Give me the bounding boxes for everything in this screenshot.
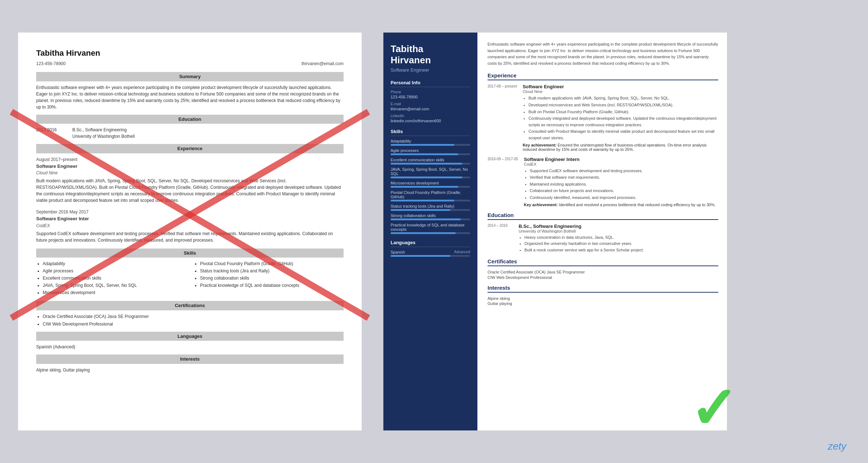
exp-key-achievement: Key achievement: Identified and resolved… [524, 203, 718, 207]
sidebar-skill-name: Pivotal Cloud Foundry Platform (Gradle, … [391, 190, 470, 199]
sidebar-phone: 123-456-78900 [391, 95, 470, 99]
left-name: Tabitha Hirvanen [36, 47, 344, 59]
sidebar-skill-name: JAVA, Spring, Spring Boot, SQL, Server, … [391, 167, 470, 176]
left-skills-col1: Adaptability Agile processes Excellent c… [36, 260, 186, 297]
exp-bullet: Developed microservices and Web Services… [528, 102, 718, 109]
left-certs-header: Certifications [36, 301, 344, 310]
exp-key-achievement: Key achievement: Ensured the uninterrupt… [523, 143, 718, 152]
left-exp-entry-2: September 2016 May 2017 Software Enginee… [36, 209, 344, 243]
exp-block: 2016-09 – 2017-05Software Engineer Inter… [488, 157, 718, 207]
left-cert-1: Oracle Certified Associate (OCA) Java SE… [43, 313, 344, 320]
edu-bullet: Built a mock customer service web app fo… [524, 247, 718, 254]
left-email: thirvanen@email.com [302, 60, 344, 67]
lang-level: Advanced [454, 250, 470, 254]
exp-date: 2017-08 – present [488, 84, 517, 89]
edu-block: 2014 – 2016B.Sc., Software EngineeringUn… [488, 224, 718, 254]
left-skill-8: Strong collaboration skills [200, 275, 344, 281]
skill-bar-fill [391, 232, 456, 234]
left-summary-text: Enthusiastic software engineer with 4+ y… [36, 84, 344, 110]
skill-bar-bg [391, 177, 470, 178]
sidebar-skill-name: Microservices development [391, 181, 470, 185]
exp-details: Software Engineer InternCodEXSupported C… [524, 157, 718, 207]
interest-item: Guitar playing [488, 301, 718, 306]
lang-bar-bg [391, 255, 470, 257]
exp-bullet: Built on Pivotal Cloud Foundry Platform … [528, 109, 718, 115]
sidebar-skill-name: Excellent communication skills [391, 158, 470, 162]
sidebar-linkedin-label: LinkedIn [391, 114, 470, 118]
lang-name: Spanish [391, 250, 405, 254]
left-cert-2: CIW Web Development Professional [43, 321, 344, 327]
skill-bar-fill [391, 218, 461, 220]
edu-details: B.Sc., Software EngineeringUniversity of… [519, 224, 718, 254]
left-interests-header: Interests [36, 354, 344, 364]
sidebar-skill-name: Adaptability [391, 139, 470, 143]
left-exp2-date: September 2016 May 2017 [36, 209, 344, 215]
left-skill-2: Agile processes [43, 268, 186, 274]
right-education-container: 2014 – 2016B.Sc., Software EngineeringUn… [488, 224, 718, 254]
skill-bar-fill [391, 200, 454, 201]
skill-bar-bg [391, 218, 470, 220]
edu-school: University of Washington Bothell [519, 229, 718, 233]
left-phone: 123-456-78900 [36, 60, 65, 67]
exp-bullets: Built modern applications with JAVA, Spr… [523, 95, 718, 141]
exp-header: 2016-09 – 2017-05Software Engineer Inter… [488, 157, 718, 207]
exp-company: CodEX [524, 162, 718, 166]
left-skill-6: Pivotal Cloud Foundry Platform (Gradle, … [200, 260, 344, 267]
left-edu-years: 2013 2016 [36, 127, 65, 140]
sidebar: Tabitha Hirvanen Software Engineer Perso… [383, 33, 477, 430]
exp-bullet: Verified that software met requirements. [530, 174, 718, 181]
left-interests-text: Alpine skiing, Guitar playing [36, 367, 344, 373]
skill-bar-bg [391, 163, 470, 165]
skill-bar-fill [391, 177, 462, 178]
right-role: Software Engineer [391, 67, 470, 73]
languages-container: SpanishAdvanced [391, 250, 470, 257]
sidebar-skill-name: Status tracking tools (Jira and Rally) [391, 204, 470, 208]
skill-bar-fill [391, 144, 454, 146]
skill-bar-fill [391, 153, 458, 155]
exp-bullet: Continuously identified, measured, and i… [530, 195, 718, 201]
sidebar-languages-title: Languages [391, 240, 470, 247]
left-skill-9: Practical knowledge of SQL and database … [200, 282, 344, 289]
left-languages-header: Languages [36, 332, 344, 341]
left-skill-1: Adaptability [43, 260, 186, 267]
resume-left: Tabitha Hirvanen 123-456-78900 thirvanen… [18, 33, 362, 430]
skills-container: AdaptabilityAgile processesExcellent com… [391, 139, 470, 234]
exp-title: Software Engineer Intern [524, 157, 718, 162]
exp-details: Software EngineerCloud NineBuilt modern … [523, 84, 718, 151]
left-skill-7: Status tracking tools (Jira and Rally) [200, 268, 344, 274]
sidebar-skill-name: Practical knowledge of SQL and database … [391, 223, 470, 232]
right-certs-title: Certificates [488, 258, 718, 266]
left-skill-3: Excellent communication skills [43, 275, 186, 281]
skill-bar-bg [391, 200, 470, 201]
skill-bar-bg [391, 232, 470, 234]
left-exp2-desc: Supported CodEX software development and… [36, 230, 344, 243]
skill-bar-bg [391, 209, 470, 211]
exp-bullet: Collaborated on future projects and inno… [530, 188, 718, 194]
interest-item: Alpine skiing [488, 296, 718, 301]
left-exp-entry-1: August 2017–present Software Engineer Cl… [36, 156, 344, 204]
skill-bar-bg [391, 153, 470, 155]
skill-bar-bg [391, 144, 470, 146]
left-exp2-company: CodEX [36, 222, 344, 229]
lang-bar-fill [391, 255, 450, 257]
edu-header: 2014 – 2016B.Sc., Software EngineeringUn… [488, 224, 718, 254]
page-container: Tabitha Hirvanen 123-456-78900 thirvanen… [18, 33, 850, 430]
left-exp2-title: Software Engineer Inter [36, 215, 344, 222]
sidebar-email-label: E-mail [391, 102, 470, 106]
sidebar-skill-name: Strong collaboration skills [391, 213, 470, 218]
edu-bullet: Organized the university hackathon in tw… [524, 241, 718, 247]
left-exp1-date: August 2017–present [36, 156, 344, 163]
sidebar-linkedin: linkedin.com/in/thirvanen600 [391, 119, 470, 123]
right-summary: Enthusiastic software engineer with 4+ y… [488, 41, 718, 67]
left-education-header: Education [36, 115, 344, 124]
cert-item: Oracle Certified Associate (OCA) Java SE… [488, 270, 718, 274]
left-exp1-title: Software Engineer [36, 163, 344, 170]
left-certs-list: Oracle Certified Associate (OCA) Java SE… [36, 313, 344, 327]
left-skills-col2: Pivotal Cloud Foundry Platform (Gradle, … [193, 260, 344, 297]
right-certs-container: Oracle Certified Associate (OCA) Java SE… [488, 270, 718, 280]
left-summary-header: Summary [36, 72, 344, 81]
sidebar-personal-title: Personal Info [391, 80, 470, 87]
left-skill-5: Microservices development [43, 289, 186, 296]
exp-title: Software Engineer [523, 84, 718, 89]
edu-bullet: Heavy concentration in data structures, … [524, 234, 718, 241]
